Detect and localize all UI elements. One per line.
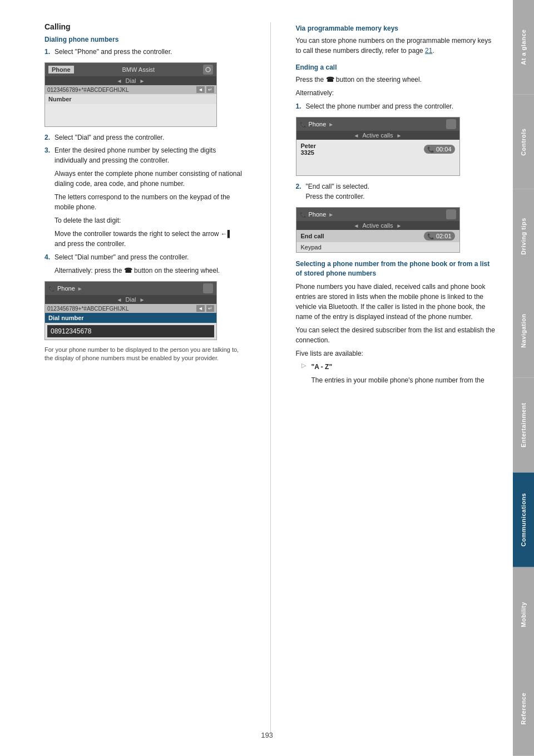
ui-screenshot-4: 📞 Phone ► ◄ Active calls ► End call 📞 02…: [296, 207, 460, 253]
ui-screenshot-2: 📞 Phone ► ◄ Dial ► 0123456789+*#ABCDEFGH…: [44, 281, 217, 340]
main-content: Calling Dialing phone numbers 1. Select …: [0, 0, 513, 756]
ui3-empty-area: [296, 159, 459, 175]
note-text: For your phone number to be displayed to…: [44, 346, 245, 363]
end-call-text2: Alternatively:: [296, 88, 497, 98]
sidebar-item-reference[interactable]: Reference: [513, 661, 534, 756]
section-title: Calling: [44, 22, 245, 31]
call-timer-1: 📞 00:04: [424, 145, 455, 154]
ui-title-bar-4: 📞 Phone ►: [296, 208, 459, 221]
ui-nav-bar-3: ◄ Active calls ►: [296, 131, 459, 140]
ui-keyboard-row-1: 0123456789+*#ABCDEFGHIJKL ◄ ↵: [45, 85, 216, 94]
ui-nav-bar-1: ◄ Dial ►: [45, 76, 216, 85]
sidebar: At a glance Controls Driving tips Naviga…: [513, 0, 534, 756]
subsection-end-call-title: Ending a call: [296, 63, 497, 71]
sidebar-item-entertainment[interactable]: Entertainment: [513, 378, 534, 473]
ui-nav-bar-2: ◄ Dial ►: [45, 295, 216, 304]
subsection-via-keys-title: Via programmable memory keys: [296, 24, 497, 32]
caller-name: Peter: [301, 143, 317, 149]
selecting-text-1: Phone numbers you have dialed, received …: [296, 282, 497, 322]
step-1: 1. Select "Phone" and press the controll…: [44, 47, 245, 57]
ui-title-bar-2: 📞 Phone ►: [45, 282, 216, 295]
sidebar-item-communications[interactable]: Communications: [513, 473, 534, 567]
ui3-settings-icon: [446, 119, 456, 129]
ui-empty-area-1: [45, 104, 216, 126]
sidebar-item-mobility[interactable]: Mobility: [513, 567, 534, 662]
selecting-phone-title: Selecting a phone number from the phone …: [296, 259, 497, 278]
via-keys-text: You can store phone numbers on the progr…: [296, 36, 497, 56]
ui-title-bar-3: 📞 Phone ►: [296, 117, 459, 131]
end-call-step-1: 1. Select the phone number and press the…: [296, 101, 497, 111]
ui-label-1: Number: [45, 94, 216, 104]
selecting-text-3: Five lists are available:: [296, 348, 497, 359]
step-2: 2. Select "Dial" and press the controlle…: [44, 132, 245, 143]
call-timer-2: 📞 02:01: [424, 232, 455, 240]
selecting-text-2: You can select the desired subscriber fr…: [296, 325, 497, 345]
ui-title-bar-1: Phone BMW Assist: [45, 63, 216, 76]
sidebar-item-driving[interactable]: Driving tips: [513, 189, 534, 284]
ui-nav-bar-4: ◄ Active calls ►: [296, 221, 459, 230]
ui4-settings-icon: [446, 209, 456, 219]
bullet-1-text: The entries in your mobile phone's phone…: [312, 375, 484, 385]
bullet-item-1: ▷ "A - Z" The entries in your mobile pho…: [301, 362, 497, 389]
step-3: 3. Enter the desired phone number by sel…: [44, 145, 245, 249]
end-call-text1: Press the ☎ button on the steering wheel…: [296, 75, 497, 85]
page-number: 193: [261, 731, 273, 739]
sidebar-item-navigation[interactable]: Navigation: [513, 283, 534, 378]
end-call-label: End call: [301, 233, 324, 239]
bmw-assist-label: BMW Assist: [122, 66, 155, 73]
end-call-row: End call 📞 02:01: [296, 230, 459, 242]
settings-icon: [203, 65, 213, 75]
left-column: Calling Dialing phone numbers 1. Select …: [44, 22, 251, 734]
ui-active-row-1: Peter 3325 📞 00:04: [296, 140, 459, 159]
right-column: Via programmable memory keys You can sto…: [290, 22, 497, 734]
ui-screenshot-3: 📞 Phone ► ◄ Active calls ► Peter 3325: [296, 117, 460, 176]
subsection-dialing-title: Dialing phone numbers: [44, 36, 245, 43]
svg-point-0: [206, 67, 210, 72]
ui-label-2: Dial number: [45, 313, 216, 323]
sidebar-item-at-glance[interactable]: At a glance: [513, 0, 534, 95]
step-4: 4. Select "Dial number" and press the co…: [44, 252, 245, 276]
bullet-list: ▷ "A - Z" The entries in your mobile pho…: [296, 362, 497, 389]
ui-screenshot-1: Phone BMW Assist ◄ Dial ► 0123456789+*#A…: [44, 62, 217, 127]
ui-keyboard-row-2: 0123456789+*#ABCDEFGHIJKL ◄ ↵: [45, 304, 216, 313]
ui2-settings-icon: [203, 283, 213, 293]
end-call-step-2: 2. "End call" is selected.Press the cont…: [296, 181, 497, 202]
column-divider: [270, 22, 271, 734]
ui-dial-number: 08912345678: [47, 325, 214, 337]
phone-tab-label: Phone: [48, 66, 74, 73]
caller-number: 3325: [301, 149, 317, 156]
keypad-row: Keypad: [296, 242, 459, 252]
bullet-1-title: "A - Z": [312, 362, 484, 372]
sidebar-item-controls[interactable]: Controls: [513, 95, 534, 189]
